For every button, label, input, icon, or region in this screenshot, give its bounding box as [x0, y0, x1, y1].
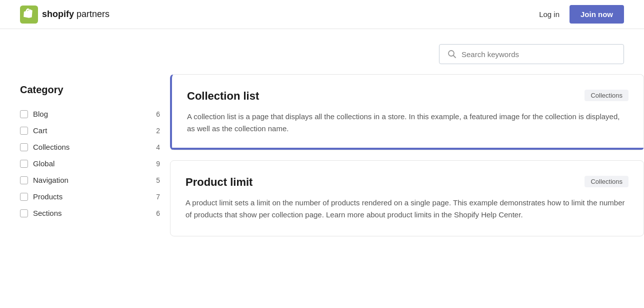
header: shopify partners Log in Join now	[0, 0, 644, 29]
shopify-logo-icon	[20, 6, 38, 24]
sidebar-item-global[interactable]: Global 9	[20, 155, 160, 172]
category-list: Blog 6 Cart 2 Collections 4 Global 9 Nav…	[20, 106, 160, 221]
category-label: Sections	[33, 209, 151, 217]
category-label: Global	[33, 159, 151, 168]
sidebar-item-sections[interactable]: Sections 6	[20, 205, 160, 221]
svg-point-1	[448, 51, 454, 56]
card-top-1: Product limit Collections	[186, 176, 628, 189]
checkbox-sections[interactable]	[20, 209, 28, 217]
card-0: Collection list Collections A collection…	[170, 74, 644, 150]
sidebar-item-blog[interactable]: Blog 6	[20, 106, 160, 122]
main-layout: Category Blog 6 Cart 2 Collections 4 Glo…	[0, 74, 644, 246]
card-badge-0: Collections	[584, 90, 628, 101]
card-title-0: Collection list	[187, 90, 259, 103]
category-label: Collections	[33, 143, 151, 151]
category-label: Blog	[33, 110, 151, 118]
category-label: Products	[33, 192, 151, 201]
checkbox-global[interactable]	[20, 160, 28, 168]
card-title-1: Product limit	[186, 176, 252, 189]
category-count: 6	[156, 110, 160, 118]
checkbox-collections[interactable]	[20, 143, 28, 151]
login-link[interactable]: Log in	[539, 10, 560, 19]
sidebar-item-products[interactable]: Products 7	[20, 188, 160, 205]
category-title: Category	[20, 84, 160, 96]
card-1: Product limit Collections A product limi…	[170, 160, 644, 236]
checkbox-navigation[interactable]	[20, 176, 28, 184]
checkbox-cart[interactable]	[20, 127, 28, 135]
card-badge-1: Collections	[584, 176, 628, 187]
category-count: 4	[156, 143, 160, 151]
card-desc-0: A collection list is a page that display…	[187, 111, 628, 135]
join-now-button[interactable]: Join now	[570, 5, 624, 24]
search-box	[439, 44, 624, 64]
logo-text: shopify partners	[42, 9, 110, 20]
search-icon	[448, 50, 456, 59]
card-accent-bar	[172, 148, 644, 150]
category-count: 5	[156, 176, 160, 184]
content-area: Collection list Collections A collection…	[160, 74, 644, 246]
header-actions: Log in Join now	[539, 5, 624, 24]
logo-area: shopify partners	[20, 6, 110, 24]
sidebar-item-cart[interactable]: Cart 2	[20, 122, 160, 139]
checkbox-products[interactable]	[20, 193, 28, 201]
checkbox-blog[interactable]	[20, 110, 28, 118]
sidebar-item-navigation[interactable]: Navigation 5	[20, 172, 160, 188]
category-count: 9	[156, 160, 160, 168]
category-label: Navigation	[33, 176, 151, 184]
search-input[interactable]	[462, 50, 616, 59]
search-area	[0, 29, 644, 74]
sidebar: Category Blog 6 Cart 2 Collections 4 Glo…	[20, 74, 160, 246]
card-top-0: Collection list Collections	[187, 90, 628, 103]
category-count: 6	[156, 209, 160, 217]
category-label: Cart	[33, 126, 151, 135]
category-count: 2	[156, 127, 160, 135]
sidebar-item-collections[interactable]: Collections 4	[20, 139, 160, 155]
card-desc-1: A product limit sets a limit on the numb…	[186, 197, 628, 221]
cards-list: Collection list Collections A collection…	[170, 74, 644, 236]
category-count: 7	[156, 193, 160, 201]
